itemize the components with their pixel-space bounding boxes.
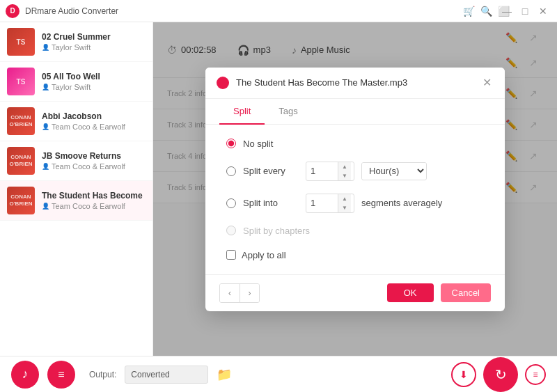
split-dialog: The Student Has Become The Master.mp3 ✕ … [205, 68, 505, 311]
track-info: Abbi Jacobson Team Coco & Earwolf [42, 111, 146, 131]
app-title: DRmare Audio Converter [25, 6, 463, 16]
no-split-option: No split [226, 139, 484, 149]
track-title: JB Smoove Returns [42, 151, 146, 161]
split-every-input-wrap: ▲ ▼ [306, 162, 354, 181]
track-artist: Taylor Swift [42, 43, 146, 52]
track-item[interactable]: CONANO'BRIEN Abbi Jacobson Team Coco & E… [0, 102, 152, 141]
track-list: TS 02 Cruel Summer Taylor Swift TS 05 Al… [0, 22, 153, 356]
track-artist: Team Coco & Earwolf [42, 202, 146, 210]
track-thumbnail: CONANO'BRIEN [7, 187, 35, 214]
folder-button[interactable]: 📁 [217, 367, 232, 382]
track-title: 02 Cruel Summer [42, 32, 146, 42]
thumb-text: TS [7, 68, 35, 95]
split-chapters-radio[interactable] [226, 226, 236, 235]
track-artist: Team Coco & Earwolf [42, 123, 146, 131]
modal-action-buttons: OK Cancel [387, 283, 491, 302]
thumb-text: CONANO'BRIEN [7, 107, 35, 135]
split-into-input[interactable] [306, 195, 338, 211]
output-path: Converted [125, 366, 208, 384]
ok-button[interactable]: OK [387, 283, 434, 302]
track-title: 05 All Too Well [42, 72, 146, 81]
thumb-text: CONANO'BRIEN [7, 187, 35, 214]
split-into-label: Split into [243, 198, 299, 208]
maximize-button[interactable]: □ [517, 3, 533, 19]
thumb-text: TS [7, 28, 35, 56]
convert-icon: ↻ [495, 366, 507, 383]
add-music-icon: ♪ [22, 367, 29, 382]
split-every-down[interactable]: ▼ [338, 171, 351, 180]
track-thumbnail: CONANO'BRIEN [7, 147, 35, 175]
split-every-arrows: ▲ ▼ [338, 162, 351, 180]
track-artist: Taylor Swift [42, 83, 146, 91]
split-options: No split Split every ▲ ▼ [226, 139, 484, 236]
apply-to-all-row: Apply to all [226, 250, 484, 260]
right-panel: ⏱ 00:02:58 🎧 mp3 ♪ Apple Music ✏️ ↗ [153, 22, 557, 356]
download-button[interactable]: ⬇ [451, 362, 476, 387]
modal-overlay: The Student Has Become The Master.mp3 ✕ … [153, 22, 557, 356]
split-every-option: Split every ▲ ▼ Hour(s) [226, 162, 484, 181]
modal-close-button[interactable]: ✕ [480, 76, 494, 90]
add-music-button[interactable]: ♪ [11, 361, 39, 389]
split-unit-select[interactable]: Hour(s) Minute(s) Second(s) [362, 163, 426, 179]
track-thumbnail: TS [7, 68, 35, 95]
window-controls: — □ ✕ [499, 3, 551, 19]
split-into-arrows: ▲ ▼ [338, 194, 351, 212]
split-into-down[interactable]: ▼ [338, 203, 351, 212]
close-button[interactable]: ✕ [535, 3, 551, 19]
split-every-radio[interactable] [226, 166, 236, 176]
no-split-label: No split [243, 139, 299, 149]
search-icon[interactable]: 🔍 [480, 6, 492, 17]
app-logo-text: D [10, 7, 15, 15]
split-into-radio[interactable] [226, 198, 236, 208]
main-container: TS 02 Cruel Summer Taylor Swift TS 05 Al… [0, 22, 557, 356]
playlist-icon: ≡ [58, 368, 64, 381]
split-into-option: Split into ▲ ▼ segments averagely [226, 194, 484, 213]
split-by-chapters-option: Split by chapters [226, 226, 484, 236]
tab-tags[interactable]: Tags [265, 99, 311, 125]
output-path-text: Converted [131, 370, 169, 379]
track-item[interactable]: CONANO'BRIEN JB Smoove Returns Team Coco… [0, 141, 152, 181]
split-every-input[interactable] [306, 163, 338, 179]
cancel-button[interactable]: Cancel [441, 283, 491, 302]
segments-text: segments averagely [361, 198, 442, 208]
track-item[interactable]: CONANO'BRIEN The Student Has Become Team… [0, 181, 152, 221]
track-info: JB Smoove Returns Team Coco & Earwolf [42, 151, 146, 171]
modal-footer: ‹ › OK Cancel [205, 274, 505, 311]
cart-icon[interactable]: 🛒 [463, 6, 475, 17]
right-bottom-buttons: ⬇ ↻ ≡ [451, 357, 546, 392]
navigation-buttons: ‹ › [219, 283, 260, 303]
modal-header: The Student Has Become The Master.mp3 ✕ [205, 68, 505, 99]
split-into-input-wrap: ▲ ▼ [306, 194, 354, 213]
track-item[interactable]: TS 02 Cruel Summer Taylor Swift [0, 22, 152, 62]
bottom-bar: ♪ ≡ Output: Converted 📁 ⬇ ↻ ≡ [0, 356, 557, 392]
track-title: Abbi Jacobson [42, 111, 146, 121]
track-item[interactable]: TS 05 All Too Well Taylor Swift [0, 62, 152, 102]
modal-body: No split Split every ▲ ▼ [205, 125, 505, 274]
minimize-button[interactable]: — [499, 3, 515, 19]
modal-tabs: Split Tags [205, 99, 505, 125]
apply-to-all-checkbox[interactable] [226, 250, 236, 260]
split-chapters-label: Split by chapters [243, 226, 310, 236]
next-button[interactable]: › [240, 284, 259, 302]
tab-split[interactable]: Split [219, 99, 265, 125]
track-info: The Student Has Become Team Coco & Earwo… [42, 191, 146, 210]
convert-button[interactable]: ↻ [483, 357, 518, 392]
settings-icon: ≡ [533, 370, 538, 379]
track-info: 05 All Too Well Taylor Swift [42, 72, 146, 91]
prev-button[interactable]: ‹ [220, 284, 240, 302]
playlist-button[interactable]: ≡ [47, 361, 75, 389]
no-split-radio[interactable] [226, 139, 236, 148]
track-artist: Team Coco & Earwolf [42, 162, 146, 171]
modal-logo [217, 77, 229, 89]
title-bar: D DRmare Audio Converter 🛒 🔍 ⬜ — □ ✕ [0, 0, 557, 22]
track-info: 02 Cruel Summer Taylor Swift [42, 32, 146, 52]
split-into-up[interactable]: ▲ [338, 194, 351, 203]
split-every-label: Split every [243, 166, 299, 176]
modal-title: The Student Has Become The Master.mp3 [236, 77, 480, 88]
output-label: Output: [89, 370, 116, 379]
app-logo: D [6, 4, 19, 18]
split-unit-select-wrap: Hour(s) Minute(s) Second(s) [361, 162, 427, 180]
settings-button[interactable]: ≡ [525, 364, 546, 385]
apply-to-all-label: Apply to all [242, 250, 286, 260]
split-every-up[interactable]: ▲ [338, 162, 351, 171]
